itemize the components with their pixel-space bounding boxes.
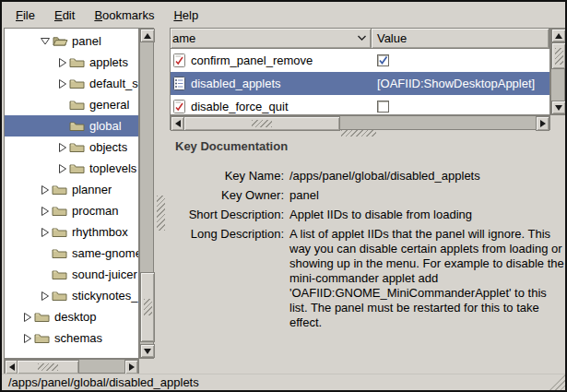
tree-item-objects[interactable]: objects [5, 137, 138, 158]
key-list-vertical-scrollbar[interactable] [550, 28, 565, 115]
menu-file[interactable]: File [13, 6, 38, 24]
column-header-name-label: ame [172, 31, 357, 45]
docs-fields: Key Name: /apps/panel/global/disabled_ap… [170, 169, 564, 330]
doc-label-long-description: Long Description: [170, 227, 284, 330]
arrow-down-icon [144, 349, 151, 354]
tree-item-label: desktop [54, 310, 97, 324]
menu-file-accel: F [16, 8, 23, 22]
scroll-right-button[interactable] [124, 360, 138, 374]
tree-item-label: applets [89, 55, 128, 69]
scroll-down-button[interactable] [140, 344, 155, 358]
tree-item-label: planner [72, 183, 112, 196]
folder-icon [52, 184, 68, 196]
menu-edit-accel: E [54, 8, 63, 22]
tree-item-schemas[interactable]: schemas [5, 327, 138, 349]
arrow-up-icon [555, 33, 562, 39]
column-header-name[interactable]: ame [171, 29, 372, 49]
tree-vertical-scrollbar[interactable] [139, 28, 154, 359]
expander-closed-icon[interactable] [55, 142, 69, 153]
tree-item-label: sound-juicer [72, 267, 137, 281]
expander-closed-icon[interactable] [38, 291, 52, 302]
key-value-cell: [OAFIID:ShowDesktopApplet] [372, 77, 549, 90]
tree-item-label: stickynotes_ [72, 289, 138, 303]
tree-item-stickynotes[interactable]: stickynotes_ [5, 285, 138, 306]
menu-bookmarks[interactable]: Bookmarks [91, 6, 157, 24]
key-list-vscroll-thumb[interactable] [551, 42, 566, 69]
scroll-left-button[interactable] [171, 116, 184, 131]
expander-closed-icon[interactable] [38, 206, 52, 217]
key-row-disable-force-quit[interactable]: disable_force_quit [171, 95, 549, 114]
tree-item-sound-juicer[interactable]: sound-juicer [5, 264, 138, 285]
tree-item-label: global [89, 119, 122, 133]
expander-open-icon[interactable] [38, 36, 52, 47]
key-list-body: confirm_panel_remove disabled_applets [O… [171, 49, 549, 114]
folder-icon [52, 268, 68, 280]
folder-icon [69, 56, 86, 68]
arrow-up-icon [144, 33, 151, 39]
scroll-down-button[interactable] [551, 101, 566, 114]
boolean-key-icon [173, 100, 186, 114]
expander-closed-icon[interactable] [55, 78, 69, 89]
expander-closed-icon[interactable] [38, 184, 52, 196]
tree-item-label: general [89, 98, 129, 112]
vertical-pane-splitter[interactable] [157, 196, 165, 231]
tree-item-toplevels[interactable]: toplevels [5, 158, 138, 179]
tree-item-planner[interactable]: planner [5, 179, 138, 200]
expander-closed-icon[interactable] [20, 312, 34, 323]
key-list-pane: ame Value confirm_panel_remove [170, 28, 565, 131]
column-header-value[interactable]: Value [372, 29, 549, 49]
statusbar-text: /apps/panel/global/disabled_applets [8, 375, 199, 389]
doc-value-key-name: /apps/panel/global/disabled_applets [289, 169, 564, 184]
expander-closed-icon[interactable] [55, 163, 69, 174]
tree-vscroll-thumb[interactable] [140, 272, 155, 342]
folder-icon [69, 141, 86, 153]
arrow-right-icon [540, 120, 546, 127]
expander-closed-icon[interactable] [20, 333, 34, 344]
key-list-header: ame Value [171, 29, 549, 49]
column-header-value-label: Value [377, 31, 407, 45]
key-list-horizontal-scrollbar[interactable] [170, 115, 550, 130]
expander-closed-icon[interactable] [55, 57, 69, 68]
doc-label-key-name: Key Name: [170, 169, 284, 184]
scroll-up-button[interactable] [140, 29, 155, 42]
doc-label-short-description: Short Description: [170, 208, 284, 222]
key-value-cell [372, 54, 549, 66]
menu-help[interactable]: Help [171, 6, 201, 24]
tree-item-desktop[interactable]: desktop [5, 306, 138, 327]
tree-item-default-se[interactable]: default_se [5, 73, 138, 94]
key-name-cell: confirm_panel_remove [171, 53, 372, 68]
key-name-label: confirm_panel_remove [191, 53, 313, 67]
tree-item-panel[interactable]: panel [5, 30, 138, 52]
tree-item-same-gnome[interactable]: same-gnome [5, 243, 138, 264]
doc-value-long-description: A list of applet IIDs that the panel wil… [289, 227, 564, 330]
key-value-text: [OAFIID:ShowDesktopApplet] [377, 77, 535, 90]
thumb-grip [38, 363, 58, 371]
menu-help-accel: H [173, 8, 182, 22]
folder-icon [34, 332, 51, 344]
key-row-confirm-panel-remove[interactable]: confirm_panel_remove [171, 49, 549, 72]
tree-item-rhythmbox[interactable]: rhythmbox [5, 221, 138, 243]
folder-icon [34, 311, 51, 323]
expander-closed-icon[interactable] [38, 227, 52, 238]
tree-item-global-selected[interactable]: global [5, 115, 138, 137]
menu-edit[interactable]: Edit [52, 6, 77, 24]
tree-item-general[interactable]: general [5, 94, 138, 115]
expander-spacer [38, 248, 52, 259]
folder-icon [52, 290, 68, 302]
doc-value-key-owner: panel [289, 188, 564, 203]
gconf-editor-window: File Edit Bookmarks Help panel applets d… [0, 0, 567, 392]
tree-item-procman[interactable]: procman [5, 200, 138, 221]
tree-hscroll-thumb[interactable] [17, 360, 79, 374]
key-row-disabled-applets-selected[interactable]: disabled_applets [OAFIID:ShowDesktopAppl… [171, 72, 549, 95]
key-list-hscroll-thumb[interactable] [183, 116, 340, 131]
folder-icon [69, 120, 86, 132]
tree-item-applets[interactable]: applets [5, 52, 138, 73]
key-name-label: disable_force_quit [191, 100, 289, 113]
statusbar: /apps/panel/global/disabled_applets [2, 374, 565, 390]
horizontal-pane-splitter[interactable] [341, 130, 376, 137]
scroll-up-button[interactable] [551, 29, 566, 42]
checkbox-unchecked[interactable] [377, 101, 389, 113]
scroll-right-button[interactable] [536, 116, 549, 131]
tree-horizontal-scrollbar[interactable] [4, 359, 139, 374]
checkbox-checked[interactable] [377, 54, 389, 66]
